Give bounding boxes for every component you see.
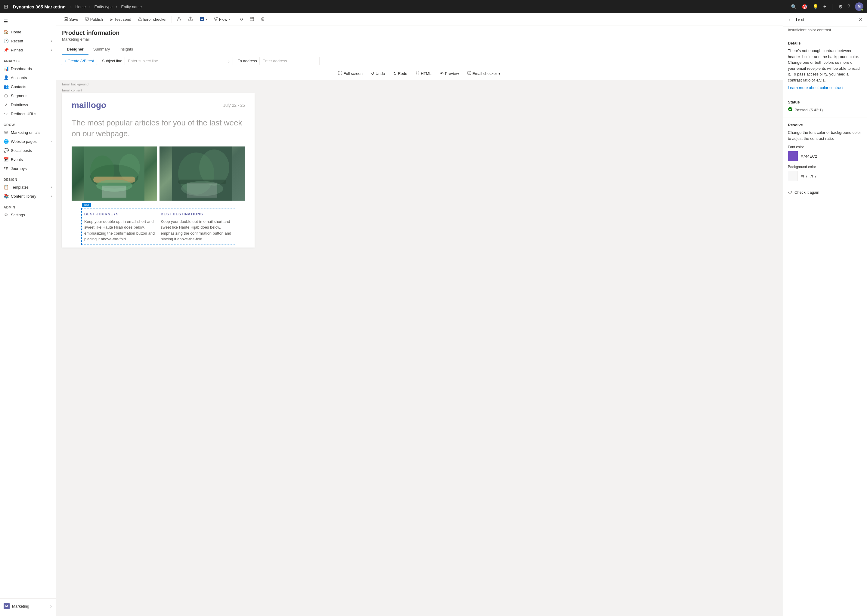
- chevron-right-icon: ›: [51, 185, 52, 189]
- text-selected-box[interactable]: Text BEST JOURNEYS Keep your double opt-…: [81, 208, 235, 245]
- font-color-field[interactable]: [788, 151, 862, 161]
- sidebar-item-label: Segments: [11, 94, 28, 98]
- chevron-right-icon: ◇: [50, 605, 52, 608]
- sidebar-item-dashboards[interactable]: 📊 Dashboards: [0, 64, 56, 73]
- user-icon-button[interactable]: [174, 15, 184, 24]
- sidebar-item-templates[interactable]: 📋 Templates ›: [0, 182, 56, 192]
- status-check-icon: [788, 107, 793, 113]
- sidebar-item-website-pages[interactable]: 🌐 Website pages ›: [0, 137, 56, 146]
- flow-label: Flow: [219, 17, 227, 22]
- panel-back-button[interactable]: ←: [788, 17, 793, 22]
- fullscreen-button[interactable]: Full screen: [335, 69, 366, 77]
- create-ab-button[interactable]: + Create A/B test: [61, 57, 97, 65]
- redirect-icon: ↪: [4, 111, 8, 116]
- sidebar-item-events[interactable]: 📅 Events: [0, 155, 56, 164]
- nav-divider: [832, 4, 832, 9]
- dashboards-icon: 📊: [4, 66, 8, 71]
- calendar-button[interactable]: [247, 15, 257, 24]
- search-icon[interactable]: 🔍: [791, 4, 797, 9]
- error-checker-label: Error checker: [143, 17, 167, 22]
- html-button[interactable]: HTML: [412, 69, 434, 77]
- sidebar-item-pinned[interactable]: 📌 Pinned ›: [0, 46, 56, 55]
- to-label: To address: [238, 59, 257, 63]
- font-color-input[interactable]: [798, 152, 862, 160]
- chevron-right-icon: ›: [51, 39, 52, 43]
- settings-icon: ⚙: [4, 212, 8, 217]
- sidebar-item-settings[interactable]: ⚙ Settings: [0, 210, 56, 219]
- lightbulb-icon[interactable]: 💡: [812, 4, 818, 9]
- sidebar-item-accounts[interactable]: 👤 Accounts: [0, 73, 56, 82]
- check-again-button[interactable]: Check it again: [783, 186, 867, 198]
- publish-button[interactable]: Publish: [82, 15, 106, 24]
- flow-button[interactable]: Flow ▾: [211, 15, 233, 24]
- help-icon[interactable]: ?: [847, 4, 850, 9]
- sidebar-item-marketing-emails[interactable]: ✉ Marketing emails: [0, 128, 56, 137]
- preview-button[interactable]: 👁 Preview: [437, 70, 462, 77]
- sidebar-item-label: Marketing: [12, 604, 29, 608]
- panel-title: Text: [795, 17, 858, 22]
- sidebar-item-dataflows[interactable]: ↗ Dataflows: [0, 100, 56, 109]
- breadcrumb-home[interactable]: Home: [75, 5, 86, 9]
- settings-icon[interactable]: ⚙: [839, 4, 843, 9]
- refresh-icon: [788, 190, 792, 195]
- avatar[interactable]: M: [855, 2, 863, 11]
- check-again-text: Check it again: [795, 190, 819, 195]
- plus-icon: +: [64, 59, 66, 63]
- target-icon[interactable]: 🎯: [802, 4, 808, 9]
- sidebar-item-recent[interactable]: 🕐 Recent ›: [0, 36, 56, 46]
- sidebar-item-marketing[interactable]: M Marketing ◇: [0, 601, 56, 611]
- sidebar-item-label: Content library: [11, 194, 36, 198]
- error-checker-button[interactable]: ! Error checker: [135, 15, 170, 24]
- svg-point-10: [215, 20, 216, 21]
- undo-canvas-button[interactable]: ↺ Undo: [368, 70, 388, 77]
- status-ratio: (5.43:1): [809, 108, 823, 112]
- to-input[interactable]: Enter address: [260, 57, 319, 65]
- sidebar-item-journeys[interactable]: 🗺 Journeys: [0, 164, 56, 173]
- breadcrumb-entity-name[interactable]: Entity name: [121, 5, 142, 9]
- learn-more-link[interactable]: Learn more about color contrast: [788, 85, 862, 90]
- bg-color-input[interactable]: [798, 172, 862, 180]
- tab-summary[interactable]: Summary: [88, 44, 115, 55]
- breadcrumb-entity-type[interactable]: Entity type: [94, 5, 113, 9]
- svg-point-8: [214, 17, 215, 18]
- undo-button[interactable]: ↺: [237, 16, 246, 23]
- col2-text: Keep your double opt-in email short and …: [161, 218, 232, 242]
- email-headline: The most popular articles for you of the…: [62, 115, 255, 146]
- tab-insights[interactable]: Insights: [115, 44, 138, 55]
- plus-icon[interactable]: +: [823, 4, 826, 9]
- svg-rect-2: [65, 19, 67, 20]
- contacts-icon: 👥: [4, 84, 8, 89]
- subject-input[interactable]: Enter subject line {}: [124, 57, 233, 65]
- email-checker-button[interactable]: Email checker ▾: [464, 69, 504, 77]
- delete-button[interactable]: [258, 15, 268, 24]
- sidebar-item-home[interactable]: 🏠 Home: [0, 27, 56, 36]
- panel-close-button[interactable]: ✕: [858, 17, 862, 22]
- html-label: HTML: [421, 71, 431, 76]
- html-icon: [415, 71, 420, 76]
- test-send-button[interactable]: ➤ Test send: [107, 16, 134, 24]
- col1-title: BEST JOURNEYS: [84, 212, 156, 216]
- sidebar-item-social-posts[interactable]: 💬 Social posts: [0, 146, 56, 155]
- sidebar-item-label: Redirect URLs: [11, 112, 36, 116]
- sidebar-item-redirect-urls[interactable]: ↪ Redirect URLs: [0, 109, 56, 118]
- share-button[interactable]: [185, 15, 196, 24]
- chevron-right-icon: ›: [51, 195, 52, 198]
- designer-area: Email background Email content maillogo …: [56, 80, 783, 616]
- svg-rect-19: [102, 185, 126, 198]
- toolbar-divider-1: [172, 16, 172, 23]
- svg-rect-1: [65, 17, 67, 18]
- email-image-1: [72, 146, 157, 201]
- sidebar-item-contacts[interactable]: 👥 Contacts: [0, 82, 56, 91]
- sidebar-item-label: Marketing emails: [11, 130, 40, 135]
- save-button[interactable]: Save: [61, 15, 81, 24]
- tab-designer[interactable]: Designer: [62, 44, 88, 55]
- top-nav: ⊞ Dynamics 365 Marketing › Home › Entity…: [0, 0, 867, 13]
- sidebar-item-content-library[interactable]: 📚 Content library ›: [0, 192, 56, 201]
- word-button[interactable]: W ▾: [197, 15, 210, 24]
- waffle-icon[interactable]: ⊞: [4, 3, 8, 10]
- sidebar-toggle[interactable]: ☰: [4, 17, 52, 26]
- bg-color-field[interactable]: [788, 171, 862, 181]
- sidebar-item-segments[interactable]: ⬡ Segments: [0, 91, 56, 100]
- panel-subtitle: Insufficient color contrast: [783, 27, 867, 36]
- redo-button[interactable]: ↻ Redo: [390, 70, 410, 77]
